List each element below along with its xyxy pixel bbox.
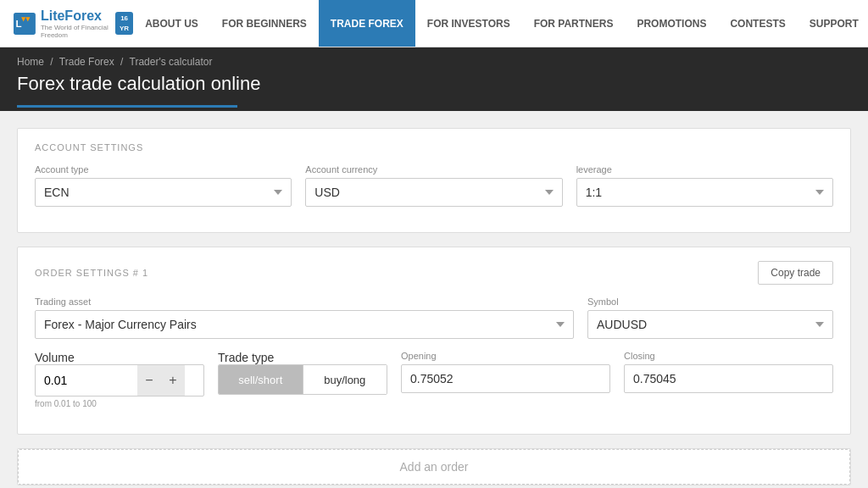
trade-type-toggle: sell/short buy/long — [218, 364, 387, 395]
trade-type-group: Trade type sell/short buy/long — [218, 351, 387, 395]
volume-decrease-button[interactable]: − — [137, 365, 161, 396]
trade-detail-row: Volume − + from 0.01 to 100 Trade type s… — [35, 351, 833, 408]
logo-text: LiteForex — [41, 8, 110, 24]
account-settings-label: ACCOUNT SETTINGS — [35, 142, 833, 152]
volume-label: Volume — [35, 351, 204, 364]
year-badge: 16YR — [115, 12, 133, 34]
breadcrumb-home[interactable]: Home — [17, 56, 44, 68]
breadcrumb-bar: Home / Trade Forex / Trader's calculator… — [0, 47, 868, 111]
nav-about-us[interactable]: ABOUT US — [133, 0, 210, 47]
volume-group: Volume − + from 0.01 to 100 — [35, 351, 204, 408]
trading-asset-select[interactable]: Forex - Major Currency Pairs — [35, 310, 574, 339]
account-settings-card: ACCOUNT SETTINGS Account type ECN Accoun… — [17, 128, 851, 233]
account-currency-select[interactable]: USD — [305, 178, 562, 207]
logo[interactable]: L LiteForex The World of Financial Freed… — [14, 8, 133, 39]
closing-input[interactable] — [624, 364, 833, 393]
navbar: L LiteForex The World of Financial Freed… — [0, 0, 868, 47]
volume-increase-button[interactable]: + — [161, 365, 185, 396]
opening-group: Opening — [401, 351, 610, 393]
volume-input[interactable] — [36, 367, 137, 394]
symbol-group: Symbol AUDUSD — [587, 297, 833, 339]
order-header: ORDER SETTINGS # 1 Copy trade — [35, 261, 833, 285]
order-settings-card: ORDER SETTINGS # 1 Copy trade Trading as… — [17, 247, 851, 435]
nav-promotions[interactable]: PROMOTIONS — [625, 0, 718, 47]
closing-group: Closing — [624, 351, 833, 393]
closing-label: Closing — [624, 351, 833, 361]
account-currency-label: Account currency — [305, 164, 562, 175]
add-order-container: Add an order — [17, 448, 851, 485]
symbol-label: Symbol — [587, 297, 833, 307]
account-currency-group: Account currency USD — [305, 164, 562, 207]
volume-hint: from 0.01 to 100 — [35, 399, 204, 408]
nav-contests[interactable]: CONTESTS — [718, 0, 797, 47]
opening-input[interactable] — [401, 364, 610, 393]
breadcrumb-trade-forex[interactable]: Trade Forex — [59, 56, 114, 68]
leverage-select[interactable]: 1:1 — [576, 178, 833, 207]
account-type-group: Account type ECN — [35, 164, 292, 207]
nav-for-partners[interactable]: FOR PARTNERS — [522, 0, 626, 47]
nav-for-beginners[interactable]: FOR BEGINNERS — [210, 0, 319, 47]
copy-trade-button[interactable]: Copy trade — [758, 261, 833, 285]
svg-text:L: L — [16, 17, 22, 28]
trading-asset-label: Trading asset — [35, 297, 574, 307]
add-order-button[interactable]: Add an order — [18, 449, 850, 485]
trade-type-label: Trade type — [218, 351, 387, 364]
symbol-select[interactable]: AUDUSD — [587, 310, 833, 339]
buy-long-button[interactable]: buy/long — [303, 365, 387, 394]
nav-links: ABOUT US FOR BEGINNERS TRADE FOREX FOR I… — [133, 0, 868, 47]
trading-asset-group: Trading asset Forex - Major Currency Pai… — [35, 297, 574, 339]
nav-support[interactable]: SUPPORT — [798, 0, 868, 47]
main-content: ACCOUNT SETTINGS Account type ECN Accoun… — [0, 111, 868, 488]
leverage-group: leverage 1:1 — [576, 164, 833, 207]
leverage-label: leverage — [576, 164, 833, 175]
account-type-label: Account type — [35, 164, 292, 175]
title-underline — [17, 105, 237, 108]
order-settings-label: ORDER SETTINGS # 1 — [35, 268, 148, 278]
account-type-select[interactable]: ECN — [35, 178, 292, 207]
nav-trade-forex[interactable]: TRADE FOREX — [319, 0, 415, 47]
opening-label: Opening — [401, 351, 610, 361]
page-title: Forex trade calculation online — [17, 68, 851, 105]
logo-sub-text: The World of Financial Freedom — [41, 24, 110, 39]
breadcrumb: Home / Trade Forex / Trader's calculator — [17, 56, 851, 68]
asset-symbol-row: Trading asset Forex - Major Currency Pai… — [35, 297, 833, 339]
volume-input-row: − + — [35, 364, 204, 396]
logo-icon: L — [14, 8, 36, 39]
account-settings-row: Account type ECN Account currency USD le… — [35, 164, 833, 207]
nav-for-investors[interactable]: FOR INVESTORS — [415, 0, 522, 47]
sell-short-button[interactable]: sell/short — [219, 365, 303, 394]
breadcrumb-current: Trader's calculator — [130, 56, 213, 68]
